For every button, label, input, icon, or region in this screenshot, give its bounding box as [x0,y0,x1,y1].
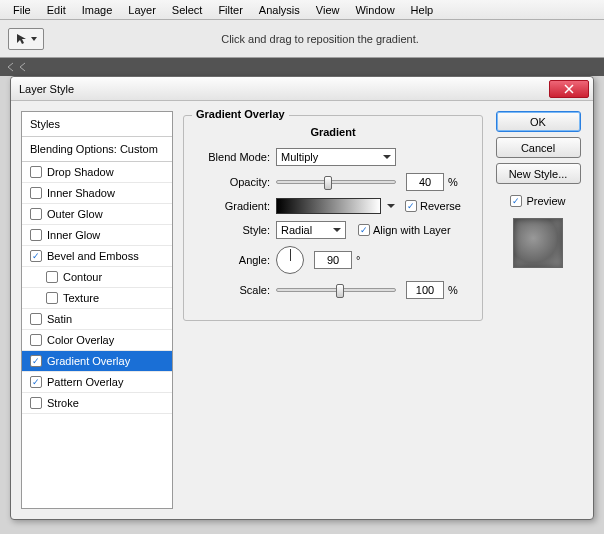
style-item-label: Stroke [47,397,79,409]
style-item-label: Inner Shadow [47,187,115,199]
options-bar: Click and drag to reposition the gradien… [0,20,604,58]
style-item-label: Pattern Overlay [47,376,123,388]
menu-image[interactable]: Image [75,2,120,18]
style-item-stroke[interactable]: Stroke [22,393,172,414]
styles-list: Styles Blending Options: Custom Drop Sha… [21,111,173,509]
blend-mode-dropdown[interactable]: Multiply [276,148,396,166]
menu-help[interactable]: Help [404,2,441,18]
style-item-pattern-overlay[interactable]: ✓Pattern Overlay [22,372,172,393]
settings-panel: Gradient Overlay Gradient Blend Mode: Mu… [183,111,483,509]
menu-view[interactable]: View [309,2,347,18]
checkbox-icon[interactable] [30,313,42,325]
menu-filter[interactable]: Filter [211,2,249,18]
style-item-label: Color Overlay [47,334,114,346]
menu-edit[interactable]: Edit [40,2,73,18]
scale-label: Scale: [198,284,276,296]
gradient-picker[interactable] [276,198,381,214]
style-item-label: Contour [63,271,102,283]
style-item-label: Outer Glow [47,208,103,220]
document-tabstrip [0,58,604,76]
style-item-texture[interactable]: Texture [22,288,172,309]
menu-file[interactable]: File [6,2,38,18]
scale-input[interactable]: 100 [406,281,444,299]
ok-button[interactable]: OK [496,111,581,132]
opacity-input[interactable]: 40 [406,173,444,191]
dialog-buttons: OK Cancel New Style... ✓Preview [493,111,583,509]
chevron-down-icon [31,36,37,42]
angle-input[interactable]: 90 [314,251,352,269]
blend-mode-label: Blend Mode: [198,151,276,163]
group-title: Gradient Overlay [192,108,289,120]
style-item-drop-shadow[interactable]: Drop Shadow [22,162,172,183]
preview-swatch [513,218,563,268]
preview-checkbox[interactable]: ✓Preview [510,195,565,207]
style-item-bevel-and-emboss[interactable]: ✓Bevel and Emboss [22,246,172,267]
align-checkbox[interactable]: ✓Align with Layer [358,224,451,236]
checkbox-icon[interactable] [30,166,42,178]
dialog-titlebar[interactable]: Layer Style [11,77,593,101]
menu-layer[interactable]: Layer [121,2,163,18]
close-button[interactable] [549,80,589,98]
opacity-slider[interactable] [276,180,396,184]
move-tool-button[interactable] [8,28,44,50]
checkbox-icon[interactable] [46,271,58,283]
checkbox-icon[interactable]: ✓ [30,250,42,262]
scale-unit: % [444,284,458,296]
menu-select[interactable]: Select [165,2,210,18]
style-item-label: Inner Glow [47,229,100,241]
menu-analysis[interactable]: Analysis [252,2,307,18]
gradient-label: Gradient: [198,200,276,212]
layer-style-dialog: Layer Style Styles Blending Options: Cus… [10,76,594,520]
close-icon [564,84,574,94]
tab-scroll-left-icon[interactable] [6,62,16,72]
angle-unit: ° [352,254,360,266]
checkbox-icon[interactable] [30,229,42,241]
options-hint: Click and drag to reposition the gradien… [44,33,596,45]
gradient-overlay-group: Gradient Overlay Gradient Blend Mode: Mu… [183,115,483,321]
style-item-label: Texture [63,292,99,304]
style-item-label: Satin [47,313,72,325]
style-item-color-overlay[interactable]: Color Overlay [22,330,172,351]
angle-dial[interactable] [276,246,304,274]
style-item-label: Bevel and Emboss [47,250,139,262]
dialog-title: Layer Style [19,83,549,95]
styles-header[interactable]: Styles [22,112,172,137]
blending-options[interactable]: Blending Options: Custom [22,137,172,162]
move-tool-icon [15,32,29,46]
style-item-inner-shadow[interactable]: Inner Shadow [22,183,172,204]
menu-window[interactable]: Window [348,2,401,18]
angle-label: Angle: [198,254,276,266]
reverse-checkbox[interactable]: ✓Reverse [405,200,461,212]
new-style-button[interactable]: New Style... [496,163,581,184]
style-item-satin[interactable]: Satin [22,309,172,330]
checkbox-icon[interactable]: ✓ [30,376,42,388]
style-item-contour[interactable]: Contour [22,267,172,288]
checkbox-icon[interactable] [46,292,58,304]
opacity-label: Opacity: [198,176,276,188]
style-dropdown[interactable]: Radial [276,221,346,239]
menubar: File Edit Image Layer Select Filter Anal… [0,0,604,20]
style-item-inner-glow[interactable]: Inner Glow [22,225,172,246]
checkbox-icon[interactable] [30,397,42,409]
opacity-unit: % [444,176,458,188]
checkbox-icon[interactable] [30,334,42,346]
scale-slider[interactable] [276,288,396,292]
group-subtitle: Gradient [198,126,468,138]
checkbox-icon[interactable] [30,208,42,220]
style-item-label: Gradient Overlay [47,355,130,367]
checkbox-icon[interactable] [30,187,42,199]
cancel-button[interactable]: Cancel [496,137,581,158]
checkbox-icon[interactable]: ✓ [30,355,42,367]
style-item-outer-glow[interactable]: Outer Glow [22,204,172,225]
style-item-label: Drop Shadow [47,166,114,178]
tab-scroll-left2-icon[interactable] [18,62,28,72]
style-label: Style: [198,224,276,236]
style-item-gradient-overlay[interactable]: ✓Gradient Overlay [22,351,172,372]
